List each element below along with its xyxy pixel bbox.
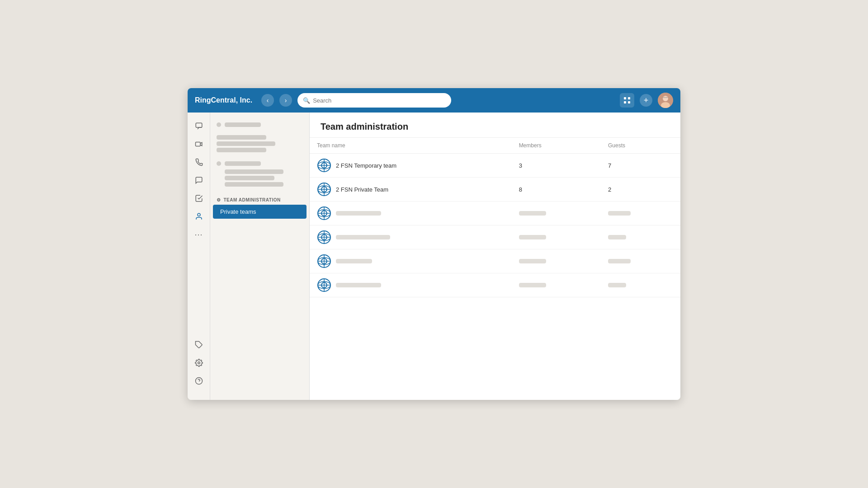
search-icon: 🔍 [303,97,310,104]
gear-icon: ⚙ [217,197,221,202]
icon-sidebar: ··· [188,113,210,400]
content-header: Team administration [310,113,680,138]
svg-point-11 [198,362,200,364]
page-title: Team administration [321,122,670,132]
sidebar-icon-chat[interactable] [191,118,207,134]
skeleton-bar [225,169,283,174]
svg-rect-0 [624,97,626,99]
team-cell: 2 FSN Temporary team [317,158,505,173]
loading-bar [336,211,381,216]
skeleton-bar [225,122,261,127]
sidebar-icon-message[interactable] [191,172,207,188]
svg-rect-2 [624,101,626,103]
svg-rect-7 [196,123,202,127]
sidebar-icon-more[interactable]: ··· [191,226,207,243]
members-cell: 8 [512,178,601,202]
col-members: Members [512,138,601,154]
sidebar-icon-settings[interactable] [191,355,207,371]
sidebar-bottom [191,337,207,394]
top-bar: RingCentral, Inc. ‹ › 🔍 + [188,88,680,113]
content-area: Team administration Team name Members Gu… [310,113,680,400]
app-title: RingCentral, Inc. [195,96,252,104]
loading-bar [608,211,631,216]
search-bar: 🔍 [297,93,451,108]
table-row-loading [310,202,680,225]
sidebar-icon-video[interactable] [191,136,207,152]
skeleton-circle [217,122,221,127]
table-row-loading [310,273,680,297]
avatar[interactable] [658,93,673,108]
svg-point-5 [663,96,668,101]
table-body: 2 FSN Temporary team 3 7 [310,154,680,297]
table-row[interactable]: 2 FSN Temporary team 3 7 [310,154,680,178]
search-input[interactable] [313,97,446,104]
sidebar-icon-help[interactable] [191,373,207,389]
loading-bar [519,283,546,287]
team-icon [317,158,331,173]
loading-bar [608,283,626,287]
svg-rect-8 [195,142,200,146]
svg-rect-3 [628,101,630,103]
members-cell: 3 [512,154,601,178]
skeleton-bar [225,182,283,187]
skeleton-circle [217,161,221,166]
team-name: 2 FSN Private Team [336,186,388,193]
loading-bar [608,235,626,239]
nav-item-private-teams[interactable]: Private teams [213,205,307,219]
skeleton-bar [225,176,274,180]
forward-button[interactable]: › [279,94,292,107]
team-name: 2 FSN Temporary team [336,162,396,169]
table-row[interactable]: 2 FSN Private Team 8 2 [310,178,680,202]
back-button[interactable]: ‹ [261,94,274,107]
app-window: RingCentral, Inc. ‹ › 🔍 + [188,88,680,400]
nav-section-team-admin: ⚙ TEAM ADMINISTRATION [210,192,309,204]
loading-bar [519,259,546,263]
loading-bar [336,259,372,263]
col-team-name: Team name [310,138,512,154]
skeleton-bar [217,135,266,140]
apps-grid-button[interactable] [620,93,634,108]
guests-cell: 2 [601,178,680,202]
table-header: Team name Members Guests [310,138,680,154]
loading-bar [519,211,546,216]
loading-bar [519,235,546,239]
team-icon-loading [317,230,331,244]
svg-point-9 [198,213,200,216]
team-icon-loading [317,254,331,268]
skeleton-bar [217,141,275,146]
svg-rect-1 [628,97,630,99]
nav-panel: ⚙ TEAM ADMINISTRATION Private teams [210,113,310,400]
top-right-actions: + [620,93,673,108]
add-button[interactable]: + [640,94,652,107]
admin-table: Team name Members Guests [310,138,680,297]
sidebar-icon-contacts[interactable] [191,208,207,225]
table-row-loading [310,225,680,249]
main-layout: ··· [188,113,680,400]
skeleton-bar [217,148,266,152]
col-guests: Guests [601,138,680,154]
loading-bar [336,235,390,239]
team-icon-loading [317,206,331,221]
table-row-loading [310,249,680,273]
team-name-cell: 2 FSN Private Team [310,178,512,202]
team-cell: 2 FSN Private Team [317,182,505,197]
sidebar-icon-tasks[interactable] [191,190,207,206]
team-name-cell: 2 FSN Temporary team [310,154,512,178]
team-icon [317,182,331,197]
sidebar-icon-extensions[interactable] [191,337,207,353]
team-icon-loading [317,278,331,292]
loading-bar [608,259,631,263]
avatar-image [658,93,673,108]
nav-skeleton-group-1 [210,118,309,131]
skeleton-bar [225,161,261,166]
guests-cell: 7 [601,154,680,178]
loading-bar [336,283,381,287]
sidebar-icon-phone[interactable] [191,154,207,170]
